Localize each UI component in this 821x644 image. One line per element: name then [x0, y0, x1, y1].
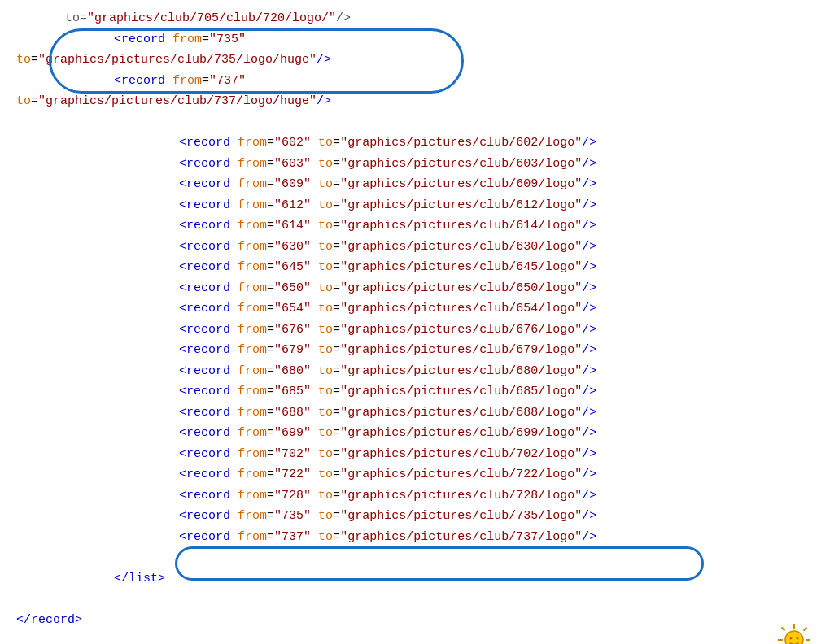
record-645: <record from="645" to="graphics/pictures…	[16, 257, 805, 278]
close-list-tag: </list>	[16, 568, 805, 590]
svg-line-4	[782, 628, 785, 631]
record-702: <record from="702" to="graphics/pictures…	[16, 444, 805, 465]
record-650: <record from="650" to="graphics/pictures…	[16, 278, 805, 299]
record-735-logo: <record from="735" to="graphics/pictures…	[16, 506, 805, 527]
code-line-735-huge-1: <record from="735"	[16, 29, 805, 50]
record-654: <record from="654" to="graphics/pictures…	[16, 298, 805, 320]
record-728: <record from="728" to="graphics/pictures…	[16, 485, 805, 507]
record-680: <record from="680" to="graphics/pictures…	[16, 361, 805, 382]
blank-line-2	[16, 547, 805, 568]
record-688: <record from="688" to="graphics/pictures…	[16, 402, 805, 424]
record-679: <record from="679" to="graphics/pictures…	[16, 340, 805, 361]
record-609: <record from="609" to="graphics/pictures…	[16, 174, 805, 195]
svg-line-6	[804, 628, 807, 631]
record-685: <record from="685" to="graphics/pictures…	[16, 381, 805, 402]
blank-line-1	[16, 112, 805, 133]
svg-point-8	[785, 631, 803, 644]
code-line-735-huge-2: to="graphics/pictures/club/735/logo/huge…	[16, 50, 805, 71]
close-record-tag: </record>	[16, 610, 805, 631]
record-614: <record from="614" to="graphics/pictures…	[16, 215, 805, 237]
code-line-737-huge-1: <record from="737"	[16, 71, 805, 92]
record-612: <record from="612" to="graphics/pictures…	[16, 195, 805, 216]
record-602: <record from="602" to="graphics/pictures…	[16, 133, 805, 154]
blank-line-3	[16, 589, 805, 610]
record-699: <record from="699" to="graphics/pictures…	[16, 423, 805, 444]
record-722: <record from="722" to="graphics/pictures…	[16, 464, 805, 485]
record-603: <record from="603" to="graphics/pictures…	[16, 154, 805, 175]
record-676: <record from="676" to="graphics/pictures…	[16, 320, 805, 341]
record-630: <record from="630" to="graphics/pictures…	[16, 237, 805, 258]
svg-point-9	[790, 637, 793, 640]
watermark-icon	[776, 622, 809, 644]
code-line-faded: to="graphics/club/705/club/720/logo/"/>	[16, 8, 805, 29]
svg-point-10	[797, 637, 799, 640]
code-container: to="graphics/club/705/club/720/logo/"/> …	[0, 0, 821, 644]
record-737-logo: <record from="737" to="graphics/pictures…	[16, 527, 805, 548]
code-line-737-huge-2: to="graphics/pictures/club/737/logo/huge…	[16, 91, 805, 112]
